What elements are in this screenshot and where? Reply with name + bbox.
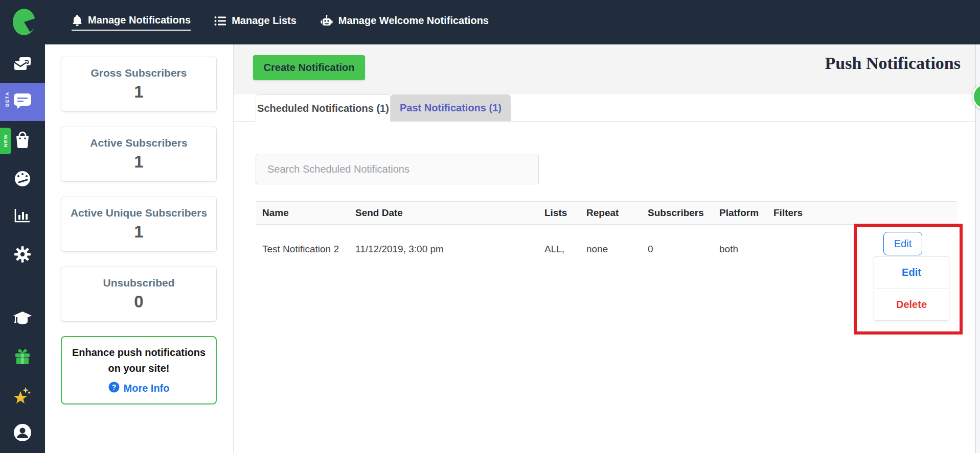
- sidebar-item-settings[interactable]: [0, 240, 45, 271]
- edit-button[interactable]: Edit: [883, 232, 922, 255]
- bell-icon: [72, 14, 83, 27]
- logo[interactable]: [12, 8, 36, 36]
- tab-scheduled-notifications[interactable]: Scheduled Notifications (1): [256, 94, 391, 122]
- stat-card-active-subscribers: Active Subscribers 1: [61, 127, 217, 182]
- shopping-bag-icon: [14, 131, 31, 150]
- column-header-platform: Platform: [719, 207, 773, 219]
- top-bar: Manage Notifications Manage Lists: [0, 0, 980, 44]
- dashboard-gauge-icon: [13, 171, 32, 189]
- sidebar-item-tutorials[interactable]: [0, 303, 45, 335]
- nav-label: Manage Lists: [232, 15, 297, 27]
- notifications-table: Name Send Date Lists Repeat Subscribers …: [256, 201, 957, 274]
- stat-card-active-unique-subscribers: Active Unique Subscribers 1: [61, 197, 217, 252]
- stat-value: 1: [134, 222, 143, 242]
- column-header-subscribers: Subscribers: [648, 207, 719, 219]
- cell-name: Test Notification 2: [256, 244, 355, 255]
- column-header-name: Name: [256, 207, 355, 219]
- menu-item-edit[interactable]: Edit: [874, 257, 949, 289]
- enhance-promo-box: Enhance push notifications on your site!…: [61, 336, 217, 404]
- sidebar-rail: BETA NEW: [0, 44, 45, 453]
- nav-manage-welcome-notifications[interactable]: Manage Welcome Notifications: [320, 15, 489, 30]
- question-circle-icon: ?: [108, 382, 120, 395]
- stat-label: Unsubscribed: [103, 277, 174, 289]
- stat-value: 1: [134, 152, 143, 172]
- graduation-cap-icon: [13, 311, 32, 328]
- nav-manage-notifications[interactable]: Manage Notifications: [72, 14, 191, 31]
- list-icon: [214, 16, 226, 26]
- sidebar-item-shop[interactable]: [0, 125, 45, 156]
- column-header-repeat: Repeat: [586, 207, 648, 219]
- page-title: Push Notifications: [825, 54, 961, 73]
- cell-send-date: 11/12/2019, 3:00 pm: [355, 244, 544, 255]
- row-action-menu: Edit Delete: [874, 256, 949, 321]
- table-row: Test Notification 2 11/12/2019, 3:00 pm …: [256, 225, 957, 274]
- svg-text:?: ?: [111, 383, 116, 391]
- gear-icon: [14, 246, 31, 265]
- more-info-label: More Info: [124, 383, 170, 394]
- sidebar-item-analytics[interactable]: [0, 201, 45, 232]
- main-content: Create Notification Push Notifications S…: [234, 44, 975, 453]
- star-sparkle-icon: [13, 386, 32, 406]
- stat-label: Active Unique Subscribers: [71, 207, 207, 219]
- sidebar-item-rewards[interactable]: [0, 342, 45, 373]
- more-info-link[interactable]: ? More Info: [108, 382, 170, 395]
- stats-panel: Gross Subscribers 1 Active Subscribers 1…: [45, 44, 234, 453]
- sidebar-item-push-chat[interactable]: [0, 86, 45, 118]
- cell-subscribers: 0: [648, 244, 719, 255]
- create-notification-button[interactable]: Create Notification: [253, 55, 365, 80]
- top-nav: Manage Notifications Manage Lists: [72, 14, 489, 31]
- sidebar-item-whats-new[interactable]: [0, 380, 45, 412]
- tab-past-notifications[interactable]: Past Notifications (1): [391, 94, 511, 122]
- nav-manage-lists[interactable]: Manage Lists: [214, 15, 297, 30]
- sidebar-item-account[interactable]: [0, 418, 45, 449]
- chat-bubble-icon: [13, 93, 32, 111]
- stat-card-unsubscribed: Unsubscribed 0: [61, 267, 217, 322]
- menu-item-delete[interactable]: Delete: [874, 289, 949, 320]
- user-account-icon: [13, 423, 32, 444]
- cell-lists: ALL,: [544, 244, 586, 255]
- tab-strip: Scheduled Notifications (1) Past Notific…: [234, 94, 975, 122]
- promo-text-line2: on your site!: [108, 362, 169, 375]
- sidebar-item-dashboard[interactable]: [0, 164, 45, 196]
- stat-value: 0: [134, 292, 143, 312]
- stat-card-gross-subscribers: Gross Subscribers 1: [61, 57, 217, 112]
- cell-repeat: none: [586, 244, 648, 255]
- nav-label: Manage Notifications: [88, 14, 191, 26]
- bar-chart-icon: [14, 208, 31, 225]
- column-header-send-date: Send Date: [355, 207, 544, 219]
- search-input[interactable]: [256, 154, 539, 184]
- stat-label: Gross Subscribers: [91, 67, 187, 79]
- stat-label: Active Subscribers: [90, 137, 187, 149]
- table-header-row: Name Send Date Lists Repeat Subscribers …: [256, 201, 957, 225]
- stat-value: 1: [134, 82, 143, 102]
- sidebar-item-mail-campaigns[interactable]: [0, 49, 45, 81]
- column-header-lists: Lists: [544, 207, 586, 219]
- column-header-filters: Filters: [773, 207, 957, 219]
- red-annotation-box: Edit Edit Delete: [854, 224, 963, 335]
- cell-platform: both: [719, 244, 773, 255]
- gift-icon: [14, 348, 31, 367]
- nav-label: Manage Welcome Notifications: [338, 15, 489, 27]
- mail-campaign-icon: [13, 56, 32, 74]
- promo-text-line1: Enhance push notifications: [72, 346, 206, 360]
- robot-icon: [320, 15, 333, 27]
